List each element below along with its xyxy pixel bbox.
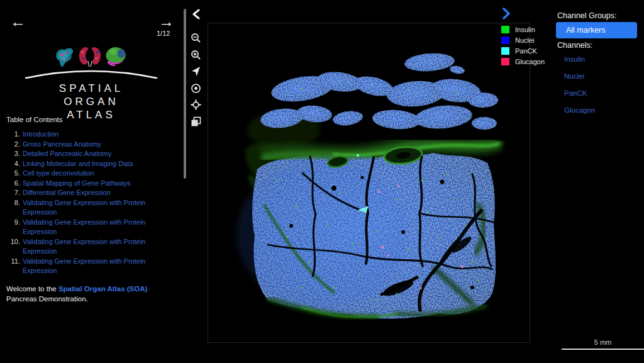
- toc-item: 10.Validating Gene Expression with Prote…: [6, 237, 180, 257]
- kidneys-logo-icon: [79, 47, 101, 67]
- expand-panel-right-icon[interactable]: [501, 8, 511, 20]
- toc-link-validating-expression-9[interactable]: Validating Gene Expression with Protein …: [23, 218, 180, 237]
- scale-bar-label: 5 mm: [562, 338, 644, 346]
- toc-link-cell-type-deconvolution[interactable]: Cell type deconvolution: [23, 169, 94, 179]
- forward-arrow-icon[interactable]: →: [158, 14, 174, 30]
- channel-link-nuclei[interactable]: Nuclei: [564, 72, 584, 80]
- toc-item: 1.Introduction: [6, 130, 180, 140]
- scale-bar-line: [562, 349, 644, 350]
- channel-panel: Channel Groups: All markers Channels: In…: [556, 0, 644, 363]
- toc-item: 5.Cell type deconvolution: [6, 169, 180, 179]
- organ-logo-images: [53, 44, 130, 72]
- toc-title: Table of Contents: [6, 116, 63, 123]
- sidebar: ← → 1/12: [0, 0, 182, 363]
- toc-item: 4.Linking Molecular and Imaging Data: [6, 159, 180, 169]
- toc-item: 11.Validating Gene Expression with Prote…: [6, 257, 180, 276]
- reset-view-icon[interactable]: [189, 82, 202, 94]
- navigate-icon[interactable]: [189, 65, 202, 78]
- brain-logo-icon: [106, 47, 126, 65]
- zoom-in-icon[interactable]: [189, 48, 202, 61]
- channel-link-insulin[interactable]: Insulin: [564, 55, 585, 63]
- table-of-contents: 1.Introduction 2.Gross Pancreas Anatomy …: [6, 130, 180, 276]
- tissue-image-canvas[interactable]: [208, 23, 530, 343]
- toc-item: 7.Differential Gene Expression: [6, 188, 180, 198]
- toc-link-spatial-mapping-pathways[interactable]: Spatial Mapping of Gene Pathways: [23, 179, 131, 189]
- pancreas-tissue-image: [208, 23, 531, 343]
- toc-link-differential-gene-expression[interactable]: Differential Gene Expression: [23, 188, 111, 198]
- toc-item: 9.Validating Gene Expression with Protei…: [6, 218, 180, 237]
- toc-item: 6.Spatial Mapping of Gene Pathways: [6, 179, 180, 189]
- toc-item: 3.Detailed Pancreatic Anatomy: [6, 149, 180, 159]
- toc-item: 8.Validating Gene Expression with Protei…: [6, 198, 180, 218]
- recenter-icon[interactable]: [189, 99, 202, 111]
- toc-link-validating-expression-8[interactable]: Validating Gene Expression with Protein …: [23, 198, 180, 218]
- legend-row: Nuclei: [501, 35, 545, 45]
- collapse-panel-left-icon[interactable]: [189, 8, 202, 20]
- toc-link-validating-expression-11[interactable]: Validating Gene Expression with Protein …: [23, 257, 180, 276]
- pancreas-logo-icon: [56, 48, 73, 67]
- all-markers-button[interactable]: All markers: [556, 22, 637, 38]
- soa-link[interactable]: Spatial Organ Atlas (SOA): [58, 285, 147, 293]
- channel-link-glucagon[interactable]: Glucagon: [564, 106, 595, 114]
- panck-swatch: [501, 47, 509, 55]
- toc-link-linking-molecular-imaging[interactable]: Linking Molecular and Imaging Data: [23, 159, 133, 169]
- toc-link-validating-expression-10[interactable]: Validating Gene Expression with Protein …: [23, 237, 180, 257]
- logo-arc: [22, 69, 160, 79]
- duplicate-view-icon[interactable]: [189, 115, 202, 128]
- channel-legend: Insulin Nuclei PanCK Glucagon: [501, 8, 545, 67]
- toc-link-introduction[interactable]: Introduction: [23, 130, 58, 140]
- channels-label: Channels:: [557, 41, 592, 50]
- page-indicator: 1/12: [157, 30, 170, 37]
- legend-label: PanCK: [515, 47, 537, 55]
- glucagon-swatch: [501, 58, 509, 65]
- legend-row: PanCK: [501, 45, 545, 56]
- legend-label: Insulin: [515, 26, 535, 33]
- nuclei-swatch: [501, 36, 509, 44]
- toc-link-gross-pancreas-anatomy[interactable]: Gross Pancreas Anatomy: [23, 140, 101, 150]
- back-arrow-icon[interactable]: ←: [10, 14, 26, 30]
- welcome-text: Welcome to the Spatial Organ Atlas (SOA)…: [6, 284, 175, 304]
- insulin-swatch: [501, 26, 509, 33]
- zoom-out-icon[interactable]: [189, 32, 202, 45]
- spatial-organ-atlas-logo: SPATIAL ORGAN ATLAS: [22, 69, 160, 121]
- logo-text-line: SPATIAL: [22, 82, 160, 95]
- legend-label: Nuclei: [515, 36, 535, 44]
- legend-row: Glucagon: [501, 56, 545, 67]
- toc-link-detailed-pancreatic-anatomy[interactable]: Detailed Pancreatic Anatomy: [23, 149, 111, 159]
- channel-link-panck[interactable]: PanCK: [564, 89, 587, 97]
- logo-text-line: ORGAN: [22, 95, 160, 108]
- legend-row: Insulin: [501, 24, 545, 35]
- viewer-toolbar: [189, 8, 202, 132]
- channel-groups-label: Channel Groups:: [557, 11, 617, 20]
- legend-label: Glucagon: [515, 58, 545, 65]
- scale-bar: 5 mm: [562, 338, 644, 350]
- sidebar-scrollbar[interactable]: [184, 9, 186, 179]
- toc-item: 2.Gross Pancreas Anatomy: [6, 140, 180, 150]
